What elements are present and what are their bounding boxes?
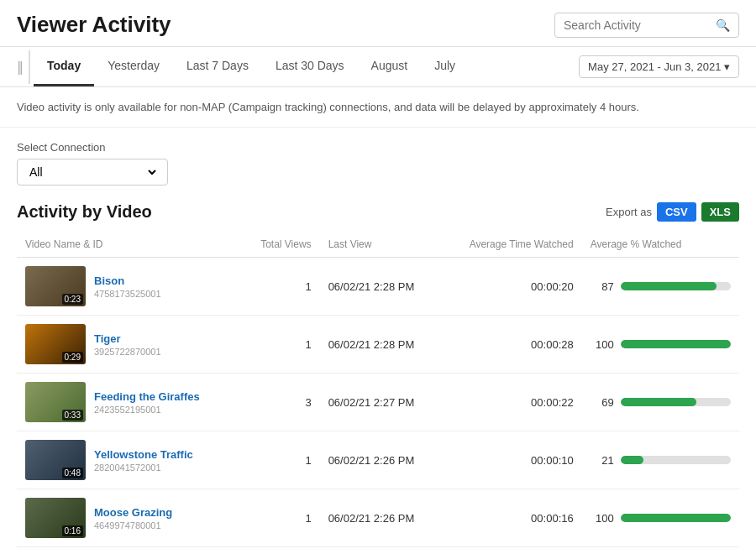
progress-bar-bg (621, 456, 731, 464)
col-avg-time: Average Time Watched (440, 232, 582, 258)
table-row: 0:23 Bison 4758173525001 106/02/21 2:28 … (17, 258, 739, 316)
video-id: 2820041572001 (94, 463, 193, 473)
avg-pct-cell: 21 (582, 431, 739, 489)
video-id: 3925722870001 (94, 347, 161, 357)
avg-time: 00:00:05 (440, 547, 582, 555)
progress-bar-bg (621, 398, 731, 406)
last-view: 06/02/21 2:28 PM (320, 258, 441, 316)
progress-bar-bg (621, 340, 731, 348)
video-thumbnail: 0:33 (25, 382, 86, 422)
progress-bar-bg (621, 282, 731, 290)
video-name[interactable]: Tiger (94, 332, 161, 345)
search-box[interactable]: 🔍 (554, 13, 739, 38)
progress-number: 100 (591, 512, 614, 525)
tab-today[interactable]: Today (34, 47, 94, 86)
export-area: Export as CSV XLS (606, 202, 739, 222)
total-views: 1 (240, 547, 319, 555)
tab-august[interactable]: August (358, 47, 422, 86)
video-name[interactable]: Moose Grazing (94, 506, 172, 519)
progress-bar-fill (621, 282, 717, 290)
avg-pct-cell: 69 (582, 374, 739, 431)
video-duration: 0:16 (62, 525, 83, 536)
video-id: 2423552195001 (94, 405, 200, 415)
video-cell-inner: 0:16 Moose Grazing 4649974780001 (25, 498, 232, 538)
page-title: Viewer Activity (17, 12, 171, 38)
video-cell-inner: 0:29 Tiger 3925722870001 (25, 324, 232, 364)
export-label: Export as (606, 206, 652, 218)
total-views: 1 (240, 258, 319, 316)
table-row: 0:16 Moose Grazing 4649974780001 106/02/… (17, 489, 739, 547)
video-cell-bison: 0:23 Bison 4758173525001 (17, 258, 240, 316)
video-cell-moose-grazing: 0:16 Moose Grazing 4649974780001 (17, 489, 240, 547)
page-header: Viewer Activity 🔍 (0, 0, 756, 47)
video-thumbnail: 0:29 (25, 324, 86, 364)
video-id: 4758173525001 (94, 289, 161, 299)
tab-last7days[interactable]: Last 7 Days (173, 47, 262, 86)
video-duration: 0:48 (62, 468, 83, 478)
activity-table: Video Name & ID Total Views Last View Av… (17, 232, 739, 554)
table-row: 0:25 Baby Chimp 5263118111001 106/02/21 … (17, 547, 739, 555)
total-views: 3 (240, 374, 319, 431)
video-cell-tiger: 0:29 Tiger 3925722870001 (17, 316, 240, 374)
last-view: 06/02/21 2:27 PM (320, 374, 441, 431)
last-view: 06/02/21 2:26 PM (320, 489, 441, 547)
avg-pct-cell: 100 (582, 316, 739, 374)
video-cell-inner: 0:23 Bison 4758173525001 (25, 266, 232, 306)
video-name[interactable]: Yellowstone Traffic (94, 448, 193, 461)
tab-yesterday[interactable]: Yesterday (94, 47, 173, 86)
video-info: Feeding the Giraffes 2423552195001 (94, 390, 200, 415)
connection-select-wrap[interactable]: All (17, 159, 168, 186)
video-cell-feeding-giraffes: 0:33 Feeding the Giraffes 2423552195001 (17, 374, 240, 431)
video-info: Moose Grazing 4649974780001 (94, 506, 172, 530)
video-cell-inner: 0:48 Yellowstone Traffic 2820041572001 (25, 440, 232, 480)
video-duration: 0:33 (62, 410, 83, 421)
avg-pct-cell: 100 (582, 547, 739, 555)
video-name[interactable]: Feeding the Giraffes (94, 390, 200, 403)
video-thumbnail: 0:48 (25, 440, 86, 480)
progress-bar-wrap: 21 (591, 454, 731, 467)
tab-last30days[interactable]: Last 30 Days (262, 47, 358, 86)
avg-pct-cell: 100 (582, 489, 739, 547)
activity-section: Activity by Video Export as CSV XLS Vide… (0, 194, 756, 554)
search-input[interactable] (564, 18, 712, 32)
video-thumbnail: 0:23 (25, 266, 86, 306)
video-thumbnail: 0:16 (25, 498, 86, 538)
table-row: 0:33 Feeding the Giraffes 2423552195001 … (17, 374, 739, 431)
last-view: 06/02/21 2:26 PM (320, 431, 441, 489)
date-range-selector[interactable]: May 27, 2021 - Jun 3, 2021 ▾ (579, 55, 739, 78)
connection-section: Select Connection All (0, 128, 756, 194)
export-csv-button[interactable]: CSV (657, 202, 696, 222)
progress-number: 69 (591, 396, 614, 409)
progress-number: 87 (591, 280, 614, 293)
sidebar-collapse-icon[interactable]: ‖ (17, 50, 30, 84)
avg-time: 00:00:28 (440, 316, 582, 374)
progress-bar-bg (621, 514, 731, 522)
video-cell-yellowstone-traffic: 0:48 Yellowstone Traffic 2820041572001 (17, 431, 240, 489)
video-duration: 0:29 (62, 352, 83, 363)
avg-time: 00:00:20 (440, 258, 582, 316)
video-cell-inner: 0:33 Feeding the Giraffes 2423552195001 (25, 382, 232, 422)
progress-bar-wrap: 100 (591, 512, 731, 525)
table-row: 0:29 Tiger 3925722870001 106/02/21 2:28 … (17, 316, 739, 374)
progress-bar-fill (621, 514, 731, 522)
avg-time: 00:00:22 (440, 374, 582, 431)
table-row: 0:48 Yellowstone Traffic 2820041572001 1… (17, 431, 739, 489)
export-xls-button[interactable]: XLS (701, 202, 739, 222)
progress-bar-wrap: 87 (591, 280, 731, 293)
avg-pct-cell: 87 (582, 258, 739, 316)
video-info: Yellowstone Traffic 2820041572001 (94, 448, 193, 473)
progress-bar-wrap: 69 (591, 396, 731, 409)
progress-bar-fill (621, 456, 644, 464)
video-duration: 0:23 (62, 294, 83, 305)
connection-dropdown[interactable]: All (26, 165, 159, 180)
activity-header: Activity by Video Export as CSV XLS (17, 202, 739, 222)
video-name[interactable]: Bison (94, 274, 161, 287)
tab-list: Today Yesterday Last 7 Days Last 30 Days… (34, 47, 579, 86)
video-info: Tiger 3925722870001 (94, 332, 161, 357)
video-id: 4649974780001 (94, 520, 172, 530)
col-last-view: Last View (320, 232, 441, 258)
col-name-id: Video Name & ID (17, 232, 240, 258)
tab-july[interactable]: July (421, 47, 469, 86)
search-icon: 🔍 (716, 18, 730, 32)
last-view: 06/02/21 2:25 PM (320, 547, 441, 555)
